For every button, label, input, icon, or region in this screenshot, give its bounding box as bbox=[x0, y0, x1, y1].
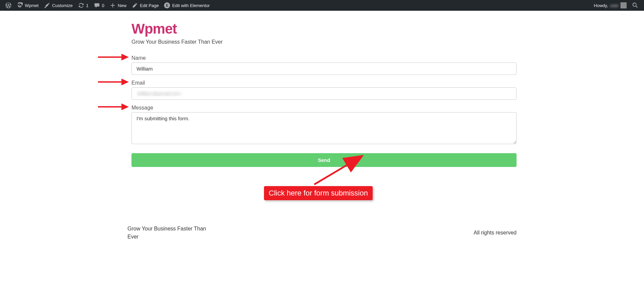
search-button[interactable] bbox=[629, 0, 641, 11]
form-group-name: Name bbox=[131, 55, 517, 75]
site-title: Wpmet bbox=[127, 21, 517, 37]
site-tagline: Grow Your Business Faster Than Ever bbox=[127, 39, 517, 45]
elementor-icon: E bbox=[164, 2, 170, 8]
howdy-text: Howdy, bbox=[594, 3, 608, 8]
page-content: Wpmet Grow Your Business Faster Than Eve… bbox=[127, 17, 517, 211]
edit-page-text: Edit Page bbox=[140, 3, 159, 8]
annotation-text: Click here for form submission bbox=[264, 186, 373, 200]
my-account-link[interactable]: Howdy, user bbox=[591, 0, 629, 11]
new-text: New bbox=[118, 3, 126, 8]
message-input[interactable] bbox=[131, 112, 517, 144]
contact-form: Name Email Message Send bbox=[127, 55, 517, 208]
page-footer: Grow Your Business Faster Than Ever All … bbox=[127, 221, 517, 254]
footer-copyright: All rights reserved bbox=[474, 230, 517, 236]
name-input[interactable] bbox=[131, 62, 517, 75]
customize-text: Customize bbox=[52, 3, 72, 8]
admin-bar-left: Wpmet Customize 1 0 New bbox=[3, 0, 212, 11]
updates-link[interactable]: 1 bbox=[75, 0, 91, 11]
message-label: Message bbox=[131, 105, 517, 111]
annotation-arrow-icon bbox=[98, 103, 130, 110]
email-input[interactable] bbox=[131, 87, 517, 100]
comments-count: 0 bbox=[102, 3, 104, 8]
wp-logo-menu[interactable] bbox=[3, 0, 14, 11]
dashboard-icon bbox=[17, 2, 23, 8]
email-label: Email bbox=[131, 80, 517, 86]
update-icon bbox=[78, 2, 84, 8]
brush-icon bbox=[44, 2, 50, 8]
search-icon bbox=[632, 2, 639, 9]
username-text: user bbox=[610, 3, 619, 8]
form-group-message: Message bbox=[131, 105, 517, 145]
footer-tagline: Grow Your Business Faster Than Ever bbox=[127, 225, 215, 241]
edit-page-link[interactable]: Edit Page bbox=[129, 0, 161, 11]
annotation-callout: Click here for form submission bbox=[131, 174, 517, 208]
annotation-arrow-icon bbox=[98, 79, 130, 85]
edit-elementor-link[interactable]: E Edit with Elementor bbox=[161, 0, 212, 11]
edit-elementor-text: Edit with Elementor bbox=[172, 3, 210, 8]
name-label: Name bbox=[131, 55, 517, 61]
wordpress-logo-icon bbox=[5, 2, 11, 8]
wp-admin-bar: Wpmet Customize 1 0 New bbox=[0, 0, 644, 11]
site-name-text: Wpmet bbox=[25, 3, 39, 8]
avatar-icon bbox=[621, 2, 627, 8]
comment-icon bbox=[94, 2, 100, 8]
customize-link[interactable]: Customize bbox=[41, 0, 75, 11]
site-name-link[interactable]: Wpmet bbox=[14, 0, 41, 11]
form-group-email: Email bbox=[131, 80, 517, 100]
comments-link[interactable]: 0 bbox=[91, 0, 107, 11]
updates-count: 1 bbox=[86, 3, 89, 8]
annotation-arrow-icon bbox=[98, 54, 130, 60]
plus-icon bbox=[110, 2, 116, 8]
admin-bar-right: Howdy, user bbox=[591, 0, 641, 11]
send-button[interactable]: Send bbox=[131, 153, 517, 167]
pencil-icon bbox=[132, 2, 138, 8]
new-content-link[interactable]: New bbox=[107, 0, 129, 11]
